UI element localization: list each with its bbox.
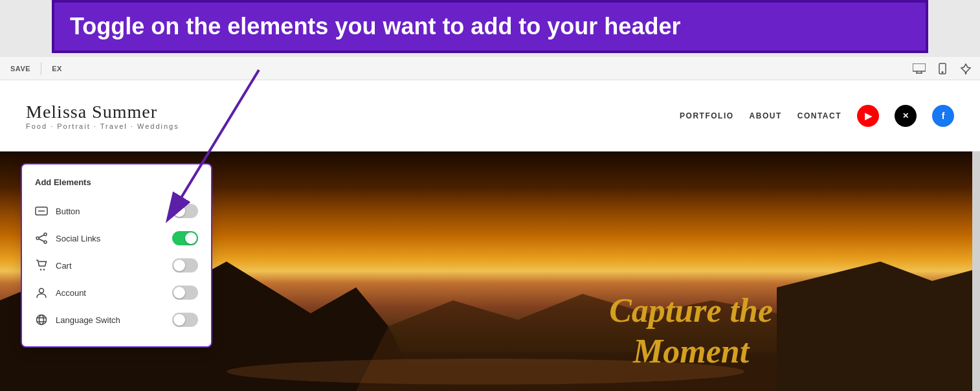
button-icon	[35, 205, 48, 218]
toolbar-divider	[41, 62, 41, 75]
account-label: Account	[56, 288, 164, 298]
nav-about[interactable]: ABOUT	[750, 111, 782, 120]
element-row-language: Language Switch	[35, 306, 198, 333]
cart-icon	[35, 259, 48, 272]
account-icon	[35, 286, 48, 299]
svg-point-24	[39, 315, 44, 325]
account-toggle[interactable]	[172, 285, 198, 300]
svg-point-7	[942, 71, 943, 73]
svg-rect-2	[913, 63, 926, 71]
svg-point-20	[40, 269, 41, 270]
nav-portfolio[interactable]: PORTFOLIO	[680, 111, 734, 120]
site-nav: PORTFOLIO ABOUT CONTACT ▶ ✕ f	[680, 105, 954, 127]
panel-title: Add Elements	[35, 177, 198, 187]
social-twitter[interactable]: ✕	[895, 105, 917, 127]
banner-text: Toggle on the elements you want to add t…	[70, 13, 680, 39]
element-row-button: Button	[35, 197, 198, 225]
social-links-label: Social Links	[56, 234, 164, 243]
toolbar: SAVE EX	[0, 57, 980, 80]
globe-icon	[35, 313, 48, 326]
svg-point-17	[44, 241, 47, 243]
save-button[interactable]: SAVE	[5, 62, 36, 75]
hero-text: Capture the Moment	[609, 291, 773, 372]
desktop-icon[interactable]	[910, 60, 928, 78]
social-icon	[35, 232, 48, 245]
site-logo: Melissa Summer Food · Portrait · Travel …	[26, 102, 179, 130]
hero-line2: Moment	[609, 331, 773, 372]
svg-point-23	[37, 315, 47, 325]
language-switch-label: Language Switch	[56, 315, 164, 325]
add-elements-panel: Add Elements Button	[21, 163, 212, 348]
svg-point-22	[39, 289, 44, 293]
element-row-account: Account	[35, 279, 198, 306]
hero-line1: Capture the	[609, 291, 773, 331]
social-links-toggle[interactable]	[172, 231, 198, 245]
svg-point-15	[44, 233, 47, 236]
cart-label: Cart	[56, 261, 164, 271]
language-switch-toggle[interactable]	[172, 313, 198, 327]
svg-line-18	[39, 235, 44, 238]
svg-marker-10	[777, 262, 980, 391]
social-youtube[interactable]: ▶	[857, 105, 879, 127]
logo-name: Melissa Summer	[26, 102, 179, 122]
element-row-cart: Cart	[35, 252, 198, 279]
svg-point-16	[36, 237, 39, 240]
exit-button[interactable]: EX	[47, 62, 67, 75]
element-row-social: Social Links	[35, 225, 198, 252]
site-header: Melissa Summer Food · Portrait · Travel …	[0, 80, 980, 151]
pin-icon[interactable]	[957, 60, 975, 78]
cart-toggle[interactable]	[172, 258, 198, 273]
svg-line-19	[39, 239, 44, 241]
button-toggle[interactable]	[172, 204, 198, 218]
instruction-banner: Toggle on the elements you want to add t…	[52, 0, 928, 53]
nav-contact[interactable]: CONTACT	[797, 111, 841, 120]
button-label: Button	[56, 207, 164, 216]
toolbar-right	[910, 60, 975, 78]
website-preview: Melissa Summer Food · Portrait · Travel …	[0, 80, 980, 391]
logo-tagline: Food · Portrait · Travel · Weddings	[26, 122, 179, 130]
mobile-icon[interactable]	[933, 60, 952, 78]
social-facebook[interactable]: f	[932, 105, 954, 127]
svg-point-21	[43, 269, 45, 270]
